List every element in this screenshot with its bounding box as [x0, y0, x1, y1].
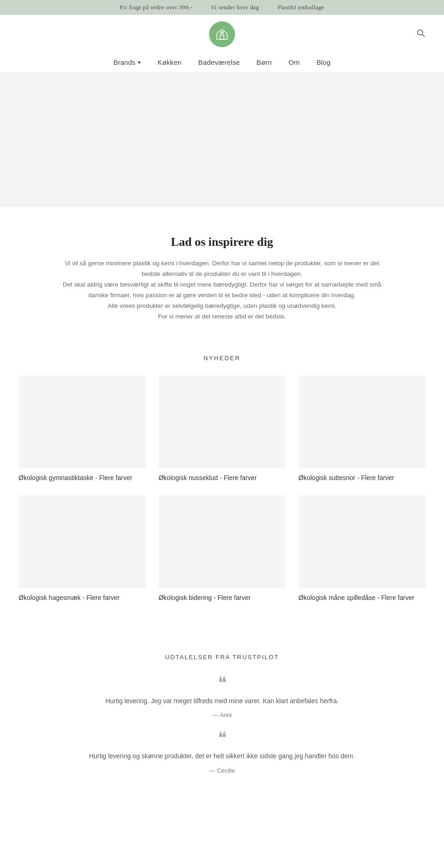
product-card-0[interactable]: Økologisk gymnastiktaske - Flere farver — [18, 375, 146, 483]
topbar-item-delivery: Vi sender hver dag — [211, 4, 259, 11]
product-card-5[interactable]: Økologisk måne spilledåse - Flere farver — [298, 495, 426, 603]
reviewer-name-1: — Cecilie — [18, 767, 426, 774]
product-image-1 — [159, 375, 286, 468]
trustpilot-section: UDTALELSER FRA TRUSTPILOT ❝ Hurtig lever… — [0, 631, 444, 813]
search-button[interactable] — [416, 29, 426, 40]
product-image-3 — [18, 495, 146, 588]
product-card-4[interactable]: Økologisk bidering - Flere farver — [159, 495, 286, 603]
quote-icon-0: ❝ — [18, 674, 426, 691]
topbar-item-shipping: Fri fragt på ordre over 399,- — [120, 4, 192, 11]
review-text-1: Hurtig levering og skønne produkter, det… — [83, 751, 361, 761]
inspire-section: Lad os inspirere dig Vi vil så gerne min… — [0, 207, 444, 345]
inspire-body: Vi vil så gerne minimere plastik og kemi… — [56, 258, 388, 322]
product-name-4: Økologisk bidering - Flere farver — [159, 593, 286, 603]
svg-rect-0 — [220, 35, 224, 39]
nav-om[interactable]: Om — [289, 58, 300, 66]
review-text-0: Hurtig levering. Jeg var meget tilfreds … — [83, 696, 361, 706]
top-bar: Fri fragt på ordre over 399,- Vi sender … — [0, 0, 444, 15]
trustpilot-title: UDTALELSER FRA TRUSTPILOT — [18, 654, 426, 661]
nyheder-section: NYHEDER Økologisk gymnastiktaske - Flere… — [0, 345, 444, 631]
svg-line-5 — [422, 35, 425, 37]
reviewer-name-0: — Anni — [18, 712, 426, 718]
svg-point-4 — [418, 30, 423, 35]
inspire-title: Lad os inspirere dig — [56, 235, 388, 249]
nav-born[interactable]: Børn — [257, 58, 272, 66]
nav-brands[interactable]: Brands — [113, 58, 141, 66]
product-name-0: Økologisk gymnastiktaske - Flere farver — [18, 474, 146, 483]
nyheder-title: NYHEDER — [18, 355, 426, 362]
topbar-item-packaging: Plastfri emballage — [278, 4, 324, 11]
chevron-down-icon — [137, 62, 141, 64]
product-name-2: Økologisk suttesnor - Flere farver — [298, 474, 426, 483]
logo-icon — [215, 27, 229, 42]
product-image-0 — [18, 375, 146, 468]
product-image-4 — [159, 495, 286, 588]
hero-banner — [0, 73, 444, 207]
product-image-2 — [298, 375, 426, 468]
nav-blog[interactable]: Blog — [316, 58, 331, 66]
header — [0, 15, 444, 54]
products-grid: Økologisk gymnastiktaske - Flere farver … — [18, 375, 426, 603]
product-card-3[interactable]: Økologisk hagesmæk - Flere farver — [18, 495, 146, 603]
nav-badeverelse[interactable]: Badeværelse — [198, 58, 240, 66]
product-card-2[interactable]: Økologisk suttesnor - Flere farver — [298, 375, 426, 483]
logo[interactable] — [209, 21, 235, 47]
product-name-5: Økologisk måne spilledåse - Flere farver — [298, 593, 426, 603]
quote-icon-1: ❝ — [18, 730, 426, 746]
product-name-1: Økologisk nusseklud - Flere farver — [159, 474, 286, 483]
logo-circle — [209, 21, 235, 47]
product-image-5 — [298, 495, 426, 588]
product-name-3: Økologisk hagesmæk - Flere farver — [18, 593, 146, 603]
nav-kokken[interactable]: Køkken — [158, 58, 182, 66]
product-card-1[interactable]: Økologisk nusseklud - Flere farver — [159, 375, 286, 483]
navigation: Brands Køkken Badeværelse Børn Om Blog — [0, 54, 444, 73]
